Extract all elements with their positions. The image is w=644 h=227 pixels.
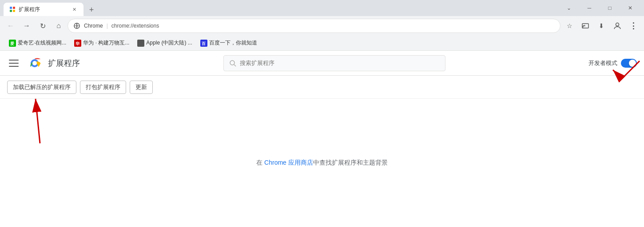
load-unpacked-button[interactable]: 加载已解压的扩展程序 [7,81,76,94]
svg-rect-2 [10,10,12,12]
bookmark-baidu-icon: 百 [200,40,207,47]
refresh-button[interactable]: ↻ [36,19,50,33]
bookmark-baidu-label: 百度一下，你就知道 [209,39,257,47]
chrome-store-link[interactable]: Chrome 应用商店 [264,159,313,166]
bookmark-huawei[interactable]: 华 华为 · 构建万物互... [71,37,133,49]
window-controls: ⌄ ─ □ ✕ [559,0,640,16]
active-tab[interactable]: 扩展程序 ✕ [4,3,83,16]
forward-button[interactable]: → [20,19,34,33]
extensions-page: 扩展程序 开发者模式 加载已解压的扩展程序 打包扩展程序 更新 在 [0,51,644,227]
bookmark-apple[interactable]: Apple (中国大陆) ... [134,37,195,49]
tab-favicon [9,6,16,13]
bookmark-iqiyi-label: 爱奇艺·在线视频网... [18,39,66,47]
tab-close-button[interactable]: ✕ [70,5,78,13]
bookmark-baidu[interactable]: 百 百度一下，你就知道 [197,37,261,49]
empty-state: 在 Chrome 应用商店中查找扩展程序和主题背景 [256,159,388,167]
svg-text:爱: 爱 [10,41,14,46]
back-button[interactable]: ← [4,19,18,33]
bookmark-apple-label: Apple (中国大陆) ... [146,39,192,47]
bookmark-huawei-label: 华为 · 构建万物互... [83,39,129,47]
svg-text:华: 华 [75,41,80,46]
window-chevron[interactable]: ⌄ [559,0,579,16]
update-button[interactable]: 更新 [130,81,153,94]
home-button[interactable]: ⌂ [52,19,66,33]
address-url: chrome://extensions [111,23,159,29]
bookmark-apple-icon [137,40,144,47]
address-bar[interactable]: Chrome | chrome://extensions [68,19,561,33]
extensions-header: 扩展程序 开发者模式 [0,51,644,76]
svg-text:百: 百 [202,41,206,46]
bookmarks-bar: 爱 爱奇艺·在线视频网... 华 华为 · 构建万物互... Apple (中国… [0,36,644,51]
pack-extension-button[interactable]: 打包扩展程序 [80,81,126,94]
tab-title: 扩展程序 [19,6,68,13]
dev-mode-label: 开发者模式 [588,59,617,67]
empty-text-before: 在 [256,159,264,166]
dev-mode-row: 开发者模式 [588,59,637,68]
search-icon [229,60,236,67]
bookmark-iqiyi[interactable]: 爱 爱奇艺·在线视频网... [5,37,70,49]
toolbar-right: ☆ ⬇ ⋮ [562,19,640,33]
svg-point-16 [32,61,37,65]
browser-toolbar: ← → ↻ ⌂ Chrome | chrome://extensions ☆ [0,16,644,36]
sidebar-toggle[interactable] [7,56,21,70]
bookmark-button[interactable]: ☆ [562,19,576,33]
empty-text-after: 中查找扩展程序和主题背景 [313,159,388,166]
address-favicon [73,22,80,29]
svg-rect-1 [13,7,15,9]
minimize-button[interactable]: ─ [579,0,600,16]
svg-line-18 [234,65,236,66]
profile-button[interactable] [610,19,624,33]
tab-strip: 扩展程序 ✕ + [4,0,559,16]
extensions-toolbar: 加载已解压的扩展程序 打包扩展程序 更新 [0,76,644,99]
search-input[interactable] [240,60,440,66]
svg-point-17 [230,61,235,65]
close-button[interactable]: ✕ [620,0,640,16]
address-sep: | [107,23,108,29]
bookmark-iqiyi-icon: 爱 [9,40,16,47]
browser-content: 扩展程序 开发者模式 加载已解压的扩展程序 打包扩展程序 更新 在 [0,51,644,227]
new-tab-button[interactable]: + [85,4,98,16]
address-source: Chrome [84,23,103,29]
chrome-logo [28,57,41,69]
svg-rect-0 [10,7,12,9]
svg-rect-3 [13,10,15,12]
dev-mode-toggle[interactable] [621,59,637,68]
bookmark-huawei-icon: 华 [74,40,81,47]
svg-rect-11 [137,40,144,47]
page-title: 扩展程序 [48,58,80,69]
svg-point-6 [616,23,619,26]
download-button[interactable]: ⬇ [594,19,608,33]
maximize-button[interactable]: □ [600,0,620,16]
extensions-content: 在 Chrome 应用商店中查找扩展程序和主题背景 [0,99,644,227]
search-box[interactable] [223,55,445,71]
menu-button[interactable]: ⋮ [626,19,640,33]
title-bar: 扩展程序 ✕ + ⌄ ─ □ ✕ [0,0,644,16]
cast-button[interactable] [578,19,592,33]
